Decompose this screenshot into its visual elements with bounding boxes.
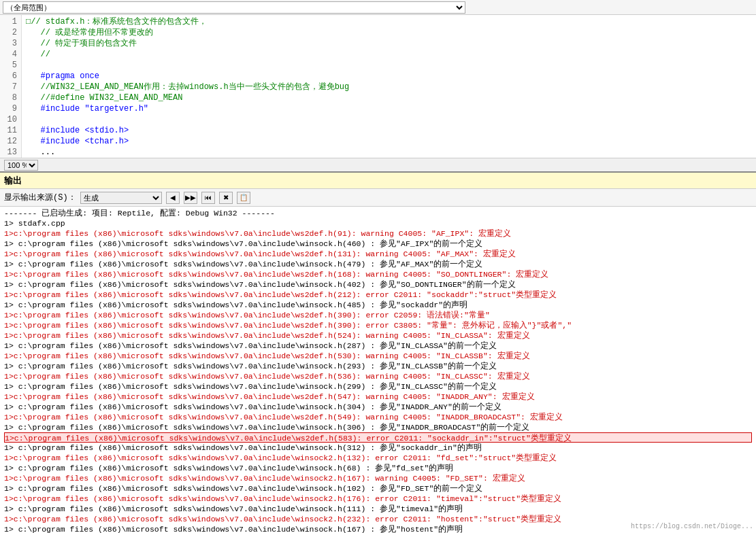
- output-toolbar: 显示输出来源(S)： 生成 ◀ ▶▶ ⏮ ✖ 📋: [0, 189, 756, 207]
- output-line: 1>c:\program files (x86)\microsoft sdks\…: [4, 392, 752, 402]
- toolbar-btn-back[interactable]: ◀: [166, 192, 180, 204]
- output-line: 1> c:\program files (x86)\microsoft sdks…: [4, 422, 752, 432]
- line-number: 12: [3, 136, 17, 147]
- code-content[interactable]: □// stdafx.h：标准系统包含文件的包含文件， // 或是经常使用但不常…: [22, 15, 756, 158]
- line-number: 13: [3, 147, 17, 158]
- output-header: 输出: [0, 173, 756, 189]
- code-container: 12345678910111213 □// stdafx.h：标准系统包含文件的…: [0, 15, 756, 158]
- watermark: https://blog.csdn.net/Dioge...: [631, 523, 753, 530]
- output-line: 1> c:\program files (x86)\microsoft sdks…: [4, 504, 752, 514]
- line-number: 8: [3, 92, 17, 103]
- output-line: ------- 已启动生成: 项目: Reptile, 配置: Debug Wi…: [4, 208, 752, 218]
- output-line: 1> c:\program files (x86)\microsoft sdks…: [4, 483, 752, 494]
- toolbar-btn-copy[interactable]: 📋: [237, 192, 250, 204]
- line-number: 10: [3, 114, 17, 125]
- output-line: 1> c:\program files (x86)\microsoft sdks…: [4, 300, 752, 310]
- code-line: #include "targetver.h": [26, 103, 752, 114]
- output-line: 1>c:\program files (x86)\microsoft sdks\…: [4, 269, 752, 279]
- toolbar-btn-stop[interactable]: ✖: [219, 192, 233, 204]
- output-line: 1>c:\program files (x86)\microsoft sdks\…: [4, 249, 752, 259]
- output-line: 1>c:\program files (x86)\microsoft sdks\…: [4, 351, 752, 361]
- output-panel: 输出 显示输出来源(S)： 生成 ◀ ▶▶ ⏮ ✖ 📋 ------- 已启动生…: [0, 173, 756, 533]
- zoom-bar: 100 %: [0, 158, 756, 171]
- line-number: 3: [3, 38, 17, 49]
- output-line: 1> stdafx.cpp: [4, 218, 752, 228]
- code-line: [26, 60, 752, 71]
- output-line: 1>c:\program files (x86)\microsoft sdks\…: [4, 371, 752, 381]
- output-line: 1>c:\program files (x86)\microsoft sdks\…: [4, 453, 752, 463]
- output-line: 1>c:\program files (x86)\microsoft sdks\…: [4, 432, 752, 443]
- code-line: //: [26, 49, 752, 60]
- zoom-select[interactable]: 100 %: [4, 160, 38, 171]
- editor-area: （全局范围） 12345678910111213 □// stdafx.h：标准…: [0, 0, 756, 173]
- output-line: 1> c:\program files (x86)\microsoft sdks…: [4, 443, 752, 453]
- source-label: 显示输出来源(S)：: [4, 192, 76, 203]
- output-line: 1> c:\program files (x86)\microsoft sdks…: [4, 381, 752, 392]
- output-title: 输出: [4, 175, 22, 187]
- output-line: 1> c:\program files (x86)\microsoft sdks…: [4, 259, 752, 269]
- output-line: 1> c:\program files (x86)\microsoft sdks…: [4, 239, 752, 249]
- code-line: [26, 114, 752, 125]
- source-select[interactable]: 生成: [80, 192, 162, 204]
- line-number: 2: [3, 27, 17, 38]
- code-line: ...: [26, 147, 752, 158]
- code-line: //#define WIN32_LEAN_AND_MEAN: [26, 92, 752, 103]
- scope-select[interactable]: （全局范围）: [3, 1, 465, 14]
- toolbar-btn-start[interactable]: ⏮: [201, 192, 215, 204]
- line-number: 11: [3, 125, 17, 136]
- scope-bar: （全局范围）: [0, 0, 756, 15]
- line-number: 7: [3, 82, 17, 92]
- output-line: 1>c:\program files (x86)\microsoft sdks\…: [4, 228, 752, 239]
- output-line: 1> c:\program files (x86)\microsoft sdks…: [4, 402, 752, 412]
- output-line: 1>c:\program files (x86)\microsoft sdks\…: [4, 494, 752, 504]
- output-line: 1> c:\program files (x86)\microsoft sdks…: [4, 279, 752, 290]
- output-line: 1>c:\program files (x86)\microsoft sdks\…: [4, 310, 752, 320]
- output-line: 1> c:\program files (x86)\microsoft sdks…: [4, 361, 752, 371]
- output-line: 1> c:\program files (x86)\microsoft sdks…: [4, 341, 752, 351]
- code-line: // 特定于项目的包含文件: [26, 38, 752, 49]
- line-number: 1: [3, 16, 17, 27]
- code-line: □// stdafx.h：标准系统包含文件的包含文件，: [26, 16, 752, 27]
- code-line: #include <stdio.h>: [26, 125, 752, 136]
- line-number: 4: [3, 49, 17, 60]
- line-number: 5: [3, 60, 17, 71]
- output-line: 1>c:\program files (x86)\microsoft sdks\…: [4, 320, 752, 330]
- code-line: #include <tchar.h>: [26, 136, 752, 147]
- output-line: 1>c:\program files (x86)\microsoft sdks\…: [4, 473, 752, 483]
- output-line: 1> c:\program files (x86)\microsoft sdks…: [4, 463, 752, 473]
- output-line: 1>c:\program files (x86)\microsoft sdks\…: [4, 290, 752, 300]
- code-line: #pragma once: [26, 71, 752, 82]
- toolbar-btn-forward[interactable]: ▶▶: [184, 192, 197, 204]
- line-numbers: 12345678910111213: [0, 15, 22, 158]
- code-line: //WIN32_LEAN_AND_MEAN作用：去掉windows.h当中一些头…: [26, 82, 752, 92]
- output-line: 1>c:\program files (x86)\microsoft sdks\…: [4, 412, 752, 422]
- line-number: 6: [3, 71, 17, 82]
- output-line: 1>c:\program files (x86)\microsoft sdks\…: [4, 330, 752, 341]
- line-number: 9: [3, 103, 17, 114]
- output-content[interactable]: ------- 已启动生成: 项目: Reptile, 配置: Debug Wi…: [0, 207, 756, 533]
- code-line: // 或是经常使用但不常更改的: [26, 27, 752, 38]
